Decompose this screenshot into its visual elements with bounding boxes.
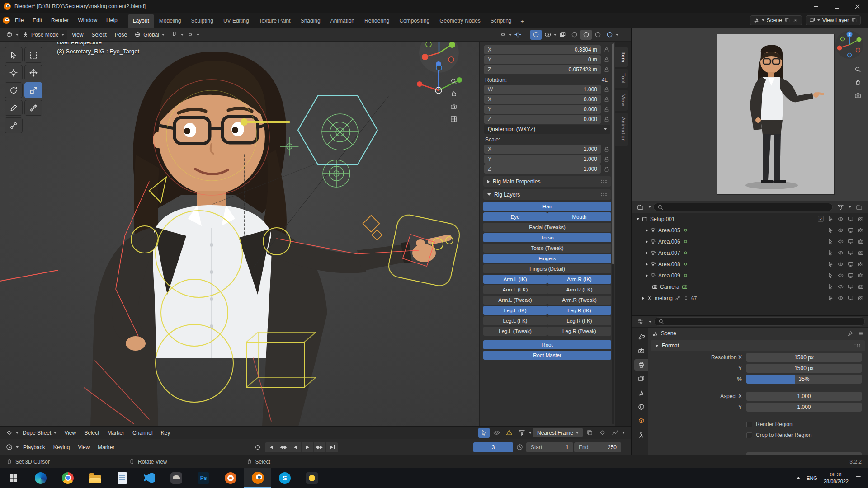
scrollbar[interactable]	[612, 43, 614, 424]
rig-layer-arm-r-ik[interactable]: Arm.R (IK)	[547, 275, 611, 284]
show-overlays-button[interactable]	[542, 30, 553, 40]
menu-icon[interactable]	[858, 331, 863, 337]
shading-material-button[interactable]	[592, 30, 604, 40]
menu-render[interactable]: Render	[47, 15, 73, 25]
outliner-row-metarig[interactable]: metarig 67	[632, 292, 868, 304]
disable-render-icon[interactable]	[858, 250, 863, 256]
rig-layer-leg-r-ik[interactable]: Leg.R (IK)	[547, 306, 611, 315]
app-icon-skype[interactable]: S	[271, 468, 298, 488]
viewport-menu-pose[interactable]: Pose	[111, 30, 131, 40]
shading-wireframe-button[interactable]	[569, 30, 580, 40]
editor-type-button[interactable]	[4, 442, 15, 452]
disable-render-icon[interactable]	[858, 295, 863, 301]
selectable-icon[interactable]	[828, 284, 834, 290]
timeline-menu-marker[interactable]: Marker	[94, 442, 118, 452]
dope-menu-key[interactable]: Key	[157, 428, 174, 438]
dope-menu-marker[interactable]: Marker	[104, 428, 128, 438]
hide-eye-icon[interactable]	[838, 295, 844, 301]
new-view-layer-icon[interactable]	[851, 17, 857, 23]
new-collection-button[interactable]	[854, 202, 865, 212]
menu-window[interactable]: Window	[74, 15, 101, 25]
editor-type-button[interactable]	[4, 30, 15, 40]
disable-viewport-icon[interactable]	[848, 295, 854, 301]
hidden-icons-chevron[interactable]	[797, 477, 800, 479]
rig-layer-leg-l-ik[interactable]: Leg.L (IK)	[483, 306, 547, 315]
tab-item[interactable]: Item	[615, 47, 628, 67]
app-icon-photoshop[interactable]: Ps	[190, 468, 217, 488]
cursor-tool[interactable]	[5, 65, 23, 80]
disable-viewport-icon[interactable]	[848, 216, 854, 222]
resolution-percent-slider[interactable]: 35%	[746, 375, 862, 384]
lock-icon[interactable]	[603, 106, 610, 113]
snap-target-button[interactable]	[512, 30, 524, 40]
outliner-search[interactable]	[653, 203, 833, 211]
location-x-field[interactable]: X0.3304 m	[484, 45, 601, 54]
render-region-checkbox[interactable]	[746, 422, 752, 427]
dope-sheet-mode-dropdown[interactable]: Dope Sheet	[19, 428, 60, 438]
selectable-icon[interactable]	[828, 295, 834, 301]
location-z-field[interactable]: Z-0.057423 m	[484, 65, 601, 74]
frame-start-field[interactable]: Start1	[526, 442, 573, 452]
scale-y-field[interactable]: Y1.000	[484, 155, 601, 164]
rotation-w-field[interactable]: W1.000	[484, 85, 601, 94]
app-icon-chrome[interactable]	[54, 468, 81, 488]
location-y-field[interactable]: Y0 m	[484, 55, 601, 64]
app-icon-blender[interactable]	[244, 468, 271, 488]
format-panel-header[interactable]: Format	[651, 340, 865, 351]
lock-icon[interactable]	[603, 56, 610, 64]
show-gizmo-button[interactable]	[530, 30, 542, 40]
taskbar-clock[interactable]: 08:31 28/08/2022	[824, 471, 849, 484]
resolution-y-field[interactable]: 1500 px	[746, 364, 862, 373]
tab-view[interactable]: View	[615, 90, 628, 111]
current-frame-field[interactable]: 3	[473, 442, 513, 452]
scale-tool[interactable]	[24, 82, 42, 98]
disable-render-icon[interactable]	[858, 261, 863, 267]
tab-data-properties[interactable]	[634, 429, 648, 441]
snapping-button[interactable]	[169, 30, 180, 40]
camera-view-icon[interactable]	[450, 103, 457, 110]
annotate-tool[interactable]	[5, 100, 23, 116]
disable-render-icon[interactable]	[858, 284, 863, 290]
outliner-row-setup[interactable]: Setup.001	[632, 213, 868, 225]
outliner-row-camera[interactable]: Camera	[632, 281, 868, 292]
resolution-x-field[interactable]: 1500 px	[746, 353, 862, 362]
lock-icon[interactable]	[603, 145, 610, 153]
expand-icon[interactable]	[642, 296, 644, 300]
drag-grip-icon[interactable]	[600, 179, 607, 183]
disable-viewport-icon[interactable]	[848, 261, 854, 267]
grid-toggle-icon[interactable]	[450, 116, 457, 122]
measure-tool[interactable]	[24, 100, 42, 116]
minimize-button[interactable]	[806, 0, 826, 13]
use-preview-range-button[interactable]	[514, 442, 525, 452]
toggle-xray-button[interactable]	[557, 30, 568, 40]
lock-icon[interactable]	[603, 86, 610, 94]
transform-orientation-dropdown[interactable]: Global	[132, 30, 168, 40]
rotation-mode-badge[interactable]: 4L	[602, 77, 609, 83]
frame-end-field[interactable]: End250	[574, 442, 621, 452]
disable-render-icon[interactable]	[858, 272, 863, 278]
rig-layer-facial-tweaks[interactable]: Facial (Tweaks)	[483, 223, 611, 232]
workspace-tab-modeling[interactable]: Modeling	[154, 14, 186, 28]
hide-eye-icon[interactable]	[838, 227, 844, 233]
snap-mode-dropdown[interactable]: Nearest Frame	[533, 428, 583, 437]
tab-tool-properties[interactable]	[634, 331, 648, 343]
blender-menu-icon[interactable]	[3, 17, 10, 24]
menu-edit[interactable]: Edit	[28, 15, 46, 25]
previous-keyframe-button[interactable]	[277, 442, 289, 452]
rig-layer-root[interactable]: Root	[483, 340, 611, 349]
workspace-tab-uv-editing[interactable]: UV Editing	[218, 14, 254, 28]
aspect-y-field[interactable]: 1.000	[746, 403, 862, 412]
notification-center-icon[interactable]	[855, 474, 862, 481]
expand-icon[interactable]	[646, 229, 648, 232]
viewport-menu-view[interactable]: View	[68, 30, 87, 40]
shading-solid-button[interactable]	[580, 30, 592, 40]
add-workspace-button[interactable]: +	[517, 16, 528, 28]
editor-type-button[interactable]	[635, 317, 646, 327]
viewport-gizmos-button[interactable]	[497, 30, 509, 40]
selectable-icon[interactable]	[828, 261, 834, 267]
rig-layer-root-master[interactable]: Root Master	[483, 351, 611, 360]
disable-render-icon[interactable]	[858, 239, 863, 244]
outliner-row-area007[interactable]: Area.007	[632, 247, 868, 258]
workspace-tab-shading[interactable]: Shading	[296, 14, 326, 28]
rotate-tool[interactable]	[5, 82, 23, 98]
